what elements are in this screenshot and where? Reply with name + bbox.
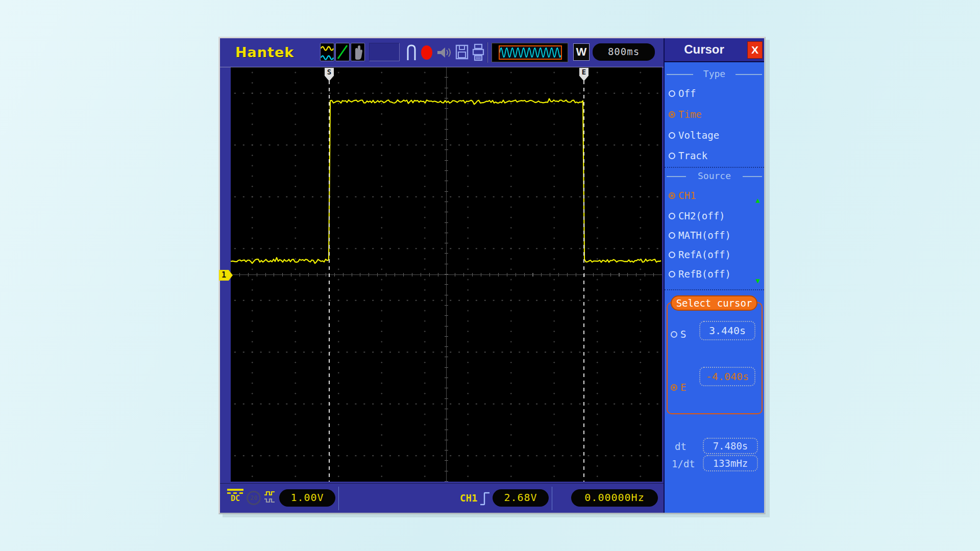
- frequency-counter-readout[interactable]: 0.00000Hz: [571, 489, 658, 507]
- close-button[interactable]: X: [747, 41, 763, 59]
- radio-icon: [669, 132, 675, 139]
- type-option-track[interactable]: Track: [669, 149, 707, 162]
- type-option-voltage[interactable]: Voltage: [669, 129, 719, 142]
- radio-icon: [669, 252, 675, 258]
- select-cursor-group: Select cursor S 3.440s E -4.040s: [667, 302, 763, 414]
- toolbar-empty-slot: [369, 43, 400, 61]
- waveform-invert-icon[interactable]: [264, 490, 277, 507]
- record-button[interactable]: [420, 43, 433, 64]
- dc-solid-line: [227, 489, 243, 491]
- inv-dt-value: 133mHz: [703, 455, 758, 471]
- source-option-refb[interactable]: RefB(off): [669, 267, 731, 281]
- brand-logo: Hantek: [235, 44, 294, 60]
- hand-button[interactable]: [351, 43, 365, 61]
- window-mode-button[interactable]: W: [573, 43, 590, 61]
- source-option-refa-label: RefA(off): [678, 249, 731, 260]
- toolbar: Hantek: [220, 38, 664, 67]
- type-option-time-label: Time: [678, 109, 702, 120]
- type-option-time[interactable]: Time: [669, 108, 702, 121]
- measure-slope-button[interactable]: [335, 43, 350, 61]
- trigger-level-readout[interactable]: 2.68V: [493, 489, 549, 507]
- source-section-title: Source: [665, 170, 764, 181]
- type-option-track-label: Track: [678, 150, 707, 161]
- speaker-icon: [436, 46, 452, 59]
- dt-value: 7.480s: [703, 438, 758, 454]
- dt-label: dt: [675, 441, 687, 452]
- source-option-math-label: MATH(off): [678, 230, 731, 241]
- inv-dt-label: 1/dt: [672, 458, 695, 469]
- trigger-rising-edge-icon[interactable]: [479, 490, 491, 509]
- volts-per-div-readout[interactable]: 1.00V: [279, 489, 335, 507]
- record-icon: [420, 43, 433, 62]
- waveform-preview[interactable]: [492, 43, 568, 62]
- bandwidth-limit-icon[interactable]: 20: [247, 491, 261, 505]
- waveform-preview-window: [499, 45, 562, 60]
- radio-icon: [669, 232, 675, 239]
- scope-area: S E 1: [220, 67, 664, 483]
- print-icon: [471, 43, 485, 62]
- select-cursor-title: Select cursor: [671, 295, 757, 311]
- coupling-label: DC: [227, 494, 243, 503]
- waveform-preview-trace: [500, 46, 561, 59]
- cursor-e-option[interactable]: E: [671, 381, 686, 394]
- scroll-down-icon[interactable]: ▼: [756, 277, 760, 285]
- channel-waveforms-icon: [321, 43, 334, 61]
- cursor-e-line[interactable]: [583, 81, 584, 482]
- toolbar-separator: [487, 42, 488, 63]
- source-option-math[interactable]: MATH(off): [669, 229, 731, 242]
- channel1-trace: [231, 67, 662, 482]
- hand-icon: [351, 43, 364, 61]
- source-option-refa[interactable]: RefA(off): [669, 248, 731, 261]
- radio-icon: [669, 153, 675, 159]
- save-button[interactable]: [455, 43, 469, 63]
- scope-column: Hantek: [220, 38, 664, 513]
- radio-icon: [671, 331, 677, 338]
- type-option-off[interactable]: Off: [669, 87, 696, 100]
- source-option-ch1[interactable]: CH1: [669, 189, 696, 202]
- statusbar-separator2: [552, 487, 552, 510]
- oscilloscope-window: Hantek: [218, 37, 766, 514]
- source-option-refb-label: RefB(off): [678, 268, 731, 280]
- cursor-panel-title: Cursor: [665, 42, 744, 57]
- radio-selected-icon: [669, 111, 675, 118]
- print-button[interactable]: [471, 43, 485, 64]
- pulse-icon: [406, 43, 417, 62]
- save-icon: [455, 43, 469, 61]
- cursor-e-value[interactable]: -4.040s: [699, 367, 755, 386]
- measure-slope-icon: [336, 43, 349, 61]
- type-option-off-label: Off: [678, 88, 696, 99]
- radio-icon: [669, 271, 675, 278]
- radio-selected-icon: [669, 192, 675, 199]
- channel-waveforms-button[interactable]: [320, 43, 334, 61]
- timebase-readout[interactable]: 800ms: [593, 43, 655, 61]
- scroll-up-icon[interactable]: ▲: [756, 196, 760, 204]
- pulse-button[interactable]: [406, 43, 417, 64]
- cursor-s-label: S: [680, 329, 686, 340]
- radio-selected-icon: [671, 384, 677, 391]
- cursor-e-label: E: [680, 382, 686, 393]
- status-bar: DC 20 1.00V CH1 2.68V 0.00000Hz: [220, 483, 664, 513]
- radio-icon: [669, 90, 675, 97]
- sound-button[interactable]: [436, 46, 452, 61]
- cursor-panel-body: Type Off Time Voltage Track Source: [665, 62, 764, 513]
- coupling-dc-icon[interactable]: DC: [227, 489, 243, 503]
- type-section-title: Type: [665, 68, 764, 79]
- cursor-panel: Cursor X Type Off Time Voltage Track: [664, 38, 764, 513]
- type-option-voltage-label: Voltage: [678, 130, 719, 141]
- cursor-s-value[interactable]: 3.440s: [699, 321, 755, 340]
- section-divider: [665, 167, 764, 168]
- source-option-ch1-label: CH1: [678, 190, 696, 201]
- radio-icon: [669, 213, 675, 219]
- cursor-panel-header: Cursor X: [665, 38, 764, 62]
- source-option-ch2-label: CH2(off): [678, 210, 725, 221]
- trigger-channel-label: CH1: [460, 492, 477, 504]
- statusbar-separator: [338, 487, 339, 510]
- section-divider2: [665, 289, 764, 290]
- scope-display[interactable]: S E 1: [231, 67, 662, 482]
- cursor-s-option[interactable]: S: [671, 328, 686, 341]
- cursor-s-line[interactable]: [329, 81, 330, 482]
- source-option-ch2[interactable]: CH2(off): [669, 209, 725, 222]
